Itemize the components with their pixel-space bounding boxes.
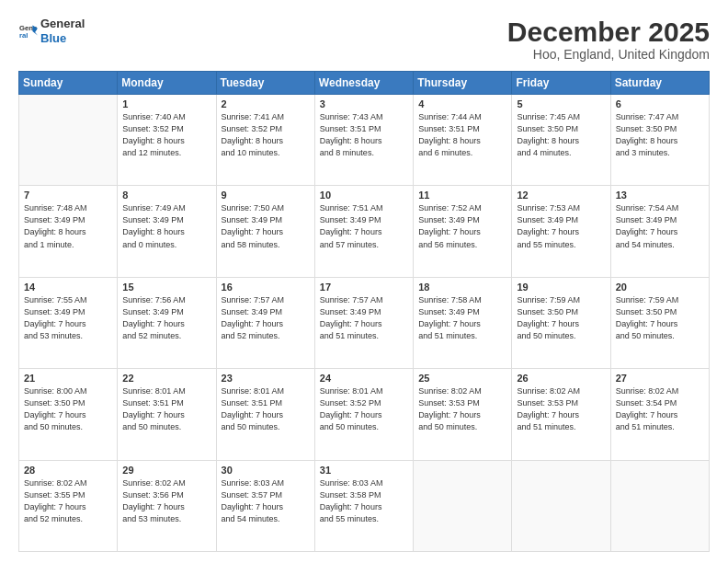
- svg-text:ral: ral: [19, 30, 28, 39]
- weekday-header-wednesday: Wednesday: [314, 72, 413, 95]
- day-number: 6: [616, 98, 704, 109]
- day-info: Sunrise: 7:54 AM Sunset: 3:49 PM Dayligh…: [616, 202, 704, 250]
- calendar-cell: 30Sunrise: 8:03 AM Sunset: 3:57 PM Dayli…: [216, 460, 314, 551]
- day-info: Sunrise: 8:01 AM Sunset: 3:51 PM Dayligh…: [222, 385, 310, 433]
- day-info: Sunrise: 8:03 AM Sunset: 3:57 PM Dayligh…: [222, 477, 310, 525]
- day-number: 20: [616, 282, 704, 293]
- day-number: 11: [418, 190, 506, 201]
- calendar-cell: [19, 95, 118, 186]
- calendar-week-3: 14Sunrise: 7:55 AM Sunset: 3:49 PM Dayli…: [19, 277, 710, 368]
- calendar-cell: 1Sunrise: 7:40 AM Sunset: 3:52 PM Daylig…: [118, 95, 216, 186]
- weekday-header-sunday: Sunday: [19, 72, 118, 95]
- day-info: Sunrise: 7:50 AM Sunset: 3:49 PM Dayligh…: [222, 202, 310, 250]
- day-number: 7: [24, 190, 112, 201]
- day-number: 31: [320, 465, 408, 476]
- location: Hoo, England, United Kingdom: [507, 47, 710, 62]
- calendar-cell: 3Sunrise: 7:43 AM Sunset: 3:51 PM Daylig…: [314, 95, 413, 186]
- calendar-week-1: 1Sunrise: 7:40 AM Sunset: 3:52 PM Daylig…: [19, 95, 710, 186]
- day-info: Sunrise: 8:02 AM Sunset: 3:53 PM Dayligh…: [517, 385, 605, 433]
- weekday-header-tuesday: Tuesday: [216, 72, 314, 95]
- day-number: 2: [222, 98, 310, 109]
- day-info: Sunrise: 7:55 AM Sunset: 3:49 PM Dayligh…: [24, 294, 112, 342]
- day-number: 16: [222, 282, 310, 293]
- calendar-cell: 16Sunrise: 7:57 AM Sunset: 3:49 PM Dayli…: [216, 277, 314, 368]
- day-number: 1: [122, 98, 210, 109]
- logo-icon: Gene ral: [18, 21, 39, 41]
- calendar-cell: 7Sunrise: 7:48 AM Sunset: 3:49 PM Daylig…: [19, 186, 118, 277]
- day-info: Sunrise: 7:41 AM Sunset: 3:52 PM Dayligh…: [222, 111, 310, 159]
- day-info: Sunrise: 7:56 AM Sunset: 3:49 PM Dayligh…: [122, 294, 210, 342]
- title-block: December 2025 Hoo, England, United Kingd…: [507, 17, 710, 62]
- day-info: Sunrise: 7:49 AM Sunset: 3:49 PM Dayligh…: [122, 202, 210, 250]
- day-number: 26: [517, 373, 605, 384]
- calendar-cell: [610, 460, 709, 551]
- calendar-cell: 5Sunrise: 7:45 AM Sunset: 3:50 PM Daylig…: [512, 95, 610, 186]
- day-number: 24: [320, 373, 408, 384]
- calendar-cell: 15Sunrise: 7:56 AM Sunset: 3:49 PM Dayli…: [118, 277, 216, 368]
- day-number: 10: [320, 190, 408, 201]
- calendar-cell: 6Sunrise: 7:47 AM Sunset: 3:50 PM Daylig…: [610, 95, 709, 186]
- calendar-cell: 12Sunrise: 7:53 AM Sunset: 3:49 PM Dayli…: [512, 186, 610, 277]
- calendar-week-5: 28Sunrise: 8:02 AM Sunset: 3:55 PM Dayli…: [19, 460, 710, 551]
- calendar-cell: 23Sunrise: 8:01 AM Sunset: 3:51 PM Dayli…: [216, 369, 314, 460]
- logo-text-line1: General: [40, 17, 85, 31]
- day-number: 9: [222, 190, 310, 201]
- header: Gene ral General Blue December 2025 Hoo,…: [18, 17, 710, 62]
- day-info: Sunrise: 7:59 AM Sunset: 3:50 PM Dayligh…: [616, 294, 704, 342]
- header-row: SundayMondayTuesdayWednesdayThursdayFrid…: [19, 72, 710, 95]
- weekday-header-monday: Monday: [118, 72, 216, 95]
- day-info: Sunrise: 7:44 AM Sunset: 3:51 PM Dayligh…: [418, 111, 506, 159]
- day-number: 21: [24, 373, 112, 384]
- day-info: Sunrise: 7:57 AM Sunset: 3:49 PM Dayligh…: [320, 294, 408, 342]
- day-info: Sunrise: 7:40 AM Sunset: 3:52 PM Dayligh…: [122, 111, 210, 159]
- calendar-cell: 11Sunrise: 7:52 AM Sunset: 3:49 PM Dayli…: [414, 186, 512, 277]
- day-info: Sunrise: 8:01 AM Sunset: 3:51 PM Dayligh…: [122, 385, 210, 433]
- day-number: 8: [122, 190, 210, 201]
- day-info: Sunrise: 8:01 AM Sunset: 3:52 PM Dayligh…: [320, 385, 408, 433]
- day-info: Sunrise: 7:58 AM Sunset: 3:49 PM Dayligh…: [418, 294, 506, 342]
- day-number: 22: [122, 373, 210, 384]
- calendar-cell: 10Sunrise: 7:51 AM Sunset: 3:49 PM Dayli…: [314, 186, 413, 277]
- day-info: Sunrise: 8:02 AM Sunset: 3:54 PM Dayligh…: [616, 385, 704, 433]
- day-number: 3: [320, 98, 408, 109]
- day-number: 12: [517, 190, 605, 201]
- day-info: Sunrise: 7:45 AM Sunset: 3:50 PM Dayligh…: [517, 111, 605, 159]
- day-number: 28: [24, 465, 112, 476]
- logo: Gene ral General Blue: [18, 17, 85, 45]
- calendar-cell: 27Sunrise: 8:02 AM Sunset: 3:54 PM Dayli…: [610, 369, 709, 460]
- calendar-page: Gene ral General Blue December 2025 Hoo,…: [0, 0, 728, 563]
- day-info: Sunrise: 7:47 AM Sunset: 3:50 PM Dayligh…: [616, 111, 704, 159]
- calendar-table: SundayMondayTuesdayWednesdayThursdayFrid…: [18, 71, 710, 552]
- day-number: 13: [616, 190, 704, 201]
- day-number: 4: [418, 98, 506, 109]
- day-info: Sunrise: 7:57 AM Sunset: 3:49 PM Dayligh…: [222, 294, 310, 342]
- weekday-header-saturday: Saturday: [610, 72, 709, 95]
- calendar-cell: [512, 460, 610, 551]
- day-info: Sunrise: 8:02 AM Sunset: 3:53 PM Dayligh…: [418, 385, 506, 433]
- month-title: December 2025: [507, 17, 710, 47]
- logo-text-line2: Blue: [40, 31, 85, 46]
- calendar-cell: [414, 460, 512, 551]
- day-info: Sunrise: 8:02 AM Sunset: 3:56 PM Dayligh…: [122, 477, 210, 525]
- day-info: Sunrise: 7:43 AM Sunset: 3:51 PM Dayligh…: [320, 111, 408, 159]
- day-number: 15: [122, 282, 210, 293]
- calendar-cell: 29Sunrise: 8:02 AM Sunset: 3:56 PM Dayli…: [118, 460, 216, 551]
- calendar-cell: 17Sunrise: 7:57 AM Sunset: 3:49 PM Dayli…: [314, 277, 413, 368]
- calendar-cell: 31Sunrise: 8:03 AM Sunset: 3:58 PM Dayli…: [314, 460, 413, 551]
- calendar-cell: 2Sunrise: 7:41 AM Sunset: 3:52 PM Daylig…: [216, 95, 314, 186]
- day-info: Sunrise: 8:02 AM Sunset: 3:55 PM Dayligh…: [24, 477, 112, 525]
- calendar-cell: 22Sunrise: 8:01 AM Sunset: 3:51 PM Dayli…: [118, 369, 216, 460]
- day-number: 30: [222, 465, 310, 476]
- calendar-cell: 28Sunrise: 8:02 AM Sunset: 3:55 PM Dayli…: [19, 460, 118, 551]
- calendar-week-4: 21Sunrise: 8:00 AM Sunset: 3:50 PM Dayli…: [19, 369, 710, 460]
- calendar-cell: 18Sunrise: 7:58 AM Sunset: 3:49 PM Dayli…: [414, 277, 512, 368]
- calendar-cell: 9Sunrise: 7:50 AM Sunset: 3:49 PM Daylig…: [216, 186, 314, 277]
- day-info: Sunrise: 8:03 AM Sunset: 3:58 PM Dayligh…: [320, 477, 408, 525]
- day-number: 5: [517, 98, 605, 109]
- calendar-cell: 24Sunrise: 8:01 AM Sunset: 3:52 PM Dayli…: [314, 369, 413, 460]
- calendar-cell: 8Sunrise: 7:49 AM Sunset: 3:49 PM Daylig…: [118, 186, 216, 277]
- weekday-header-friday: Friday: [512, 72, 610, 95]
- day-info: Sunrise: 7:52 AM Sunset: 3:49 PM Dayligh…: [418, 202, 506, 250]
- calendar-week-2: 7Sunrise: 7:48 AM Sunset: 3:49 PM Daylig…: [19, 186, 710, 277]
- calendar-cell: 19Sunrise: 7:59 AM Sunset: 3:50 PM Dayli…: [512, 277, 610, 368]
